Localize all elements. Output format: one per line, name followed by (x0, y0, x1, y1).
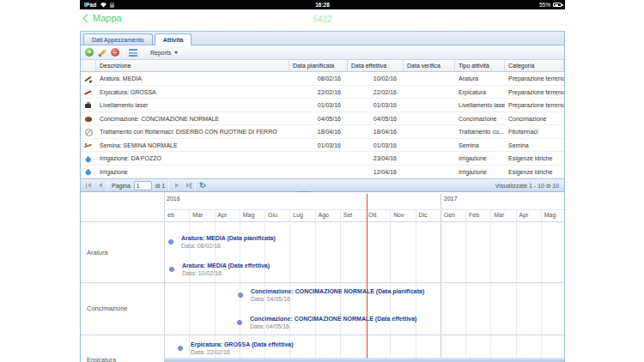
cell-data-verifica (404, 152, 448, 165)
cell-tipo: Livellamento laser (455, 99, 505, 112)
paging-separator (168, 181, 169, 190)
gantt-entry-date: Data: 04/05/16 (251, 295, 424, 303)
cell-tipo: Semina (455, 139, 505, 152)
gantt-month-label: Dic (419, 212, 428, 218)
page-title: 5432 (80, 15, 565, 24)
table-row[interactable]: Semina: SEMINA NORMALE01/03/1601/03/16Se… (81, 139, 564, 153)
fertilizer-icon (84, 115, 92, 123)
gantt-month-column: Feb (465, 209, 490, 358)
gantt-month-column: Nov (390, 209, 415, 358)
delete-activity-button[interactable]: – (111, 48, 119, 57)
table-row[interactable]: Irrigazione12/04/16IrrigazioneEsigenze i… (81, 166, 564, 179)
gantt-month-column: Lug (289, 209, 314, 358)
gantt-entry-title: Aratura: MEDIA (Data pianificata) (181, 234, 276, 242)
first-page-button[interactable] (85, 182, 93, 190)
tab-dati-appezzamento[interactable]: Dati Appezzamento (83, 33, 153, 45)
gantt-row-label-erpicatura: Erpicatura (87, 356, 116, 362)
cell-data-pianificata: 01/03/16 (289, 139, 341, 152)
cell-descrizione: Trattamento con fitofarmaci: DISERBO CON… (96, 125, 289, 138)
tab-bar: Dati AppezzamentoAttività (81, 32, 564, 45)
gantt-header-divider (164, 209, 564, 210)
gantt-month-label: Feb (469, 212, 479, 218)
page-count-label: di 1 (155, 183, 165, 189)
gantt-month-column: eb (164, 209, 189, 358)
table-row[interactable]: Aratura: MEDIA08/02/1610/02/16AraturaPre… (81, 72, 564, 86)
gantt-entry-title: Erpicatura: GROSSA (Data effettiva) (191, 341, 294, 348)
splitter-handle[interactable] (297, 190, 311, 194)
gantt-month-column: Giu (264, 209, 289, 358)
seeding-icon (84, 142, 92, 149)
gantt-month-column: Mag (240, 209, 264, 358)
table-row[interactable]: Erpicatura: GROSSA22/02/1622/02/16Erpica… (81, 86, 564, 100)
column-header-tipo-attivit[interactable]: Tipo attività (455, 60, 505, 71)
plow-icon (84, 75, 92, 83)
gantt-row-border (81, 221, 564, 222)
paging-toolbar: Pagina di 1 ↻ Visualizzate 1 - 10 di 10 (81, 178, 564, 192)
column-header-icon[interactable] (81, 60, 96, 71)
gantt-month-label: Set (343, 212, 353, 218)
cell-data-pianificata: 04/05/16 (289, 112, 341, 125)
drop-icon (84, 155, 92, 163)
milestone-dot (237, 320, 242, 325)
column-header-data-verifica[interactable]: Data verifica (404, 60, 455, 71)
cell-data-effettiva: 01/03/16 (348, 139, 397, 152)
gantt-month-label: Mar (192, 212, 203, 218)
horizontal-scrollbar[interactable] (164, 358, 564, 362)
cell-descrizione: Irrigazione: DA POZZO (96, 152, 289, 165)
column-header-data-effettiva[interactable]: Data effettiva (348, 60, 404, 71)
gantt-month-label: Nov (393, 212, 404, 218)
cell-tipo: Irrigazione (455, 152, 505, 165)
tab-attivit[interactable]: Attività (155, 33, 192, 45)
edit-activity-button[interactable] (98, 48, 106, 57)
cell-tipo: Aratura (455, 72, 505, 85)
next-page-button[interactable] (173, 182, 180, 190)
cell-data-verifica (404, 99, 448, 112)
cell-data-pianificata: 18/04/16 (289, 125, 341, 138)
cell-data-verifica (404, 125, 448, 138)
gantt-entry-title: Aratura: MEDIA (Data effettiva) (182, 262, 270, 269)
milestone-dot (238, 293, 243, 298)
cell-tipo: Trattamento co... (455, 125, 505, 138)
table-row[interactable]: Trattamento con fitofarmaci: DISERBO CON… (81, 125, 564, 139)
last-page-button[interactable] (184, 182, 191, 190)
gantt-left-column-border (164, 192, 165, 362)
gantt-month-label: eb (167, 212, 174, 218)
gantt-month-column: Apr (516, 209, 541, 358)
column-header-descrizione[interactable]: Descrizione (96, 60, 289, 71)
table-row[interactable]: Irrigazione: DA POZZO23/04/16Irrigazione… (81, 152, 564, 166)
gantt-view-button[interactable] (129, 49, 137, 57)
gantt-entry-date: Data: 22/02/16 (191, 348, 294, 356)
gantt-row-label-aratura: Aratura (87, 249, 108, 256)
today-marker-line (367, 194, 368, 358)
cell-tipo: Irrigazione (455, 166, 505, 178)
cell-categoria: Esigenze idriche (505, 152, 564, 165)
gantt-entry-text: Aratura: MEDIA (Data pianificata)Data: 0… (181, 234, 276, 250)
milestone-dot (169, 267, 174, 272)
table-row[interactable]: Concimazione: CONCIMAZIONE NORMALE04/05/… (81, 112, 564, 126)
page-number-input[interactable] (134, 181, 152, 190)
gantt-row-label-concimazione: Concimazione (87, 305, 128, 312)
cell-data-effettiva: 22/02/16 (348, 86, 397, 99)
gantt-year-label: 2016 (167, 196, 180, 202)
gantt-month-label: Gen (444, 212, 455, 218)
column-header-data-pianificata[interactable]: Data pianificata (289, 60, 348, 71)
gantt-month-column: Set (340, 209, 365, 358)
add-activity-button[interactable]: + (85, 48, 94, 57)
cell-categoria: Preparazione terreno (505, 72, 564, 85)
gantt-month-label: Apr (218, 212, 228, 218)
cell-data-effettiva: 01/03/16 (348, 99, 397, 112)
gantt-month-label: Apr (519, 212, 529, 218)
column-header-categoria[interactable]: Categoria (505, 60, 564, 71)
cell-tipo: Erpicatura (455, 86, 505, 99)
cell-data-verifica (404, 72, 448, 85)
gantt-month-label: Mag (544, 212, 556, 218)
previous-page-button[interactable] (96, 182, 104, 190)
gantt-entry-text: Aratura: MEDIA (Data effettiva)Data: 10/… (182, 262, 270, 277)
refresh-icon[interactable]: ↻ (199, 182, 206, 190)
treatment-icon (84, 129, 92, 136)
reports-button[interactable]: Reports (147, 48, 181, 57)
cell-data-pianificata (289, 152, 341, 165)
table-row[interactable]: Livellamento laser01/03/1601/03/16Livell… (81, 99, 564, 112)
grid-body: Aratura: MEDIA08/02/1610/02/16AraturaPre… (81, 72, 564, 178)
cell-descrizione: Concimazione: CONCIMAZIONE NORMALE (96, 112, 289, 125)
